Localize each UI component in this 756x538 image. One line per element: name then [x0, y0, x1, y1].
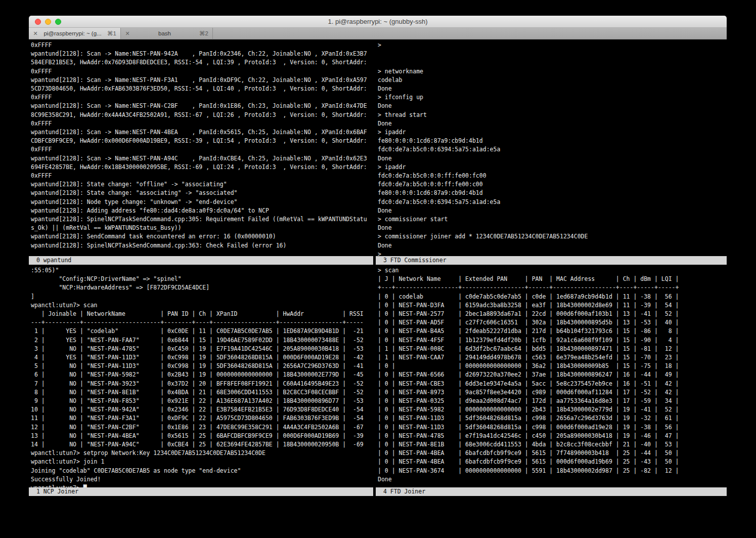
terminal-line: | 0 | NEST-PAN-3674 | 0000000000000000 |… [378, 467, 727, 475]
terminal-line: "Config:NCP:DriverName" => "spinel" [31, 275, 373, 283]
pane-ftd-joiner: > scan| J | Network Name | Extended PAN … [376, 265, 727, 496]
terminal-line: 5CD73D804650, HwAddr:0xFAB6303B76F3ED50,… [31, 85, 373, 93]
minimize-button[interactable] [45, 19, 51, 25]
pane-ftd-commissioner-content[interactable]: > > networknamecodelabDone> ifconfig upD… [376, 39, 727, 256]
terminal-line: > scan [378, 266, 727, 275]
terminal-line: fdc0:de7a:b5c0:0:6394:5a75:a1ad:e5a [378, 145, 727, 154]
traffic-lights [35, 19, 61, 25]
terminal-line: 3 | NO | "NEST-PAN-4785" | 0xC450 | 19 |… [31, 345, 373, 353]
terminal-line: > ifconfig up [378, 93, 727, 102]
terminal-line: | 0 | NEST-PAN-CBE3 | 6dd3e1e9347e4a5a |… [378, 380, 727, 388]
tab-bar: ✕ pi@raspberrypi: ~ (g... ⌘1 ✕ bash ⌘2 [29, 28, 727, 39]
terminal-line: 5 | NO | "NEST-PAN-11D3" | 0xC998 | 19 |… [31, 362, 373, 370]
terminal-line: 0xFFFF [31, 41, 373, 50]
tab-label: bash [133, 30, 196, 36]
pane-ncp-joiner-content[interactable]: :55:05)" "Config:NCP:DriverName" => "spi… [29, 265, 373, 487]
terminal-line: 7 | NO | "NEST-PAN-3923" | 0x37D2 | 20 |… [31, 380, 373, 388]
terminal-line: "NCP:HardwareAddress" => [F872DF9CD5AE4D… [31, 283, 373, 292]
terminal-line: | 1 | NEST-PAN-008C | 6d3df2bc67aabc64 |… [378, 345, 727, 353]
terminal-line: | 0 | NEST-PAN-B4A5 | 2fdeab52227d1dba |… [378, 327, 727, 336]
terminal-line: | 0 | NEST-PAN-11D3 | 5df36048268d815a |… [378, 423, 727, 432]
terminal-line: | 0 | | 0000000000000000 | 36a2 | 18b430… [378, 362, 727, 370]
terminal-line: fdc0:de7a:b5c0:0:0:ff:fe00:c00 [378, 180, 727, 189]
terminal-line: 0xFFFF [31, 172, 373, 180]
terminal-line: | 0 | NEST-PAN-8973 | 9ac857f8ee3e4420 |… [378, 388, 727, 397]
terminal-line: > [378, 41, 727, 50]
terminal-line: wpantund[2128]: State change: "associati… [31, 189, 373, 197]
terminal-line: wpantund[2128]: SpinelNCPTaskSendCommand… [31, 241, 373, 250]
terminal-line: 584EFB21B5E3, HwAddr:0x76D93D8F8DEDCEE3,… [31, 58, 373, 67]
zoom-button[interactable] [55, 19, 61, 25]
terminal-line: Done [378, 85, 727, 93]
terminal-line: | 0 | NEST-PAN-5982 | 0000000000000000 |… [378, 405, 727, 414]
tab-label: pi@raspberrypi: ~ (g... [41, 30, 104, 36]
terminal-line: Done [378, 206, 727, 215]
terminal-line: Joining "codelab" C0DE7AB5C0DE7AB5 as no… [31, 467, 373, 475]
terminal-line: > networkname [378, 67, 727, 76]
terminal-line: > thread start [378, 111, 727, 119]
terminal-line: 9 | NO | "NEST-PAN-F853" | 0x921E | 22 |… [31, 397, 373, 405]
terminal-line: > ipaddr [378, 128, 727, 137]
terminal-line: > ipaddr [378, 163, 727, 172]
terminal-line: | J | Network Name | Extended PAN | PAN … [378, 275, 727, 283]
pane-status-wpantund: 0 wpantund [29, 256, 373, 265]
terminal-line: CDBFCB9F9CE9, HwAddr:0x000D6F000AD19BE9,… [31, 137, 373, 145]
terminal-line: > commissioner joiner add * 1234C0DE7AB5… [378, 232, 727, 241]
terminal-line: wpanctl:utun7> scan [31, 301, 373, 310]
tab-close-icon[interactable]: ✕ [33, 30, 38, 37]
terminal-line: wpantund[2128]: Scan -> Name:NEST-PAN-4B… [31, 128, 373, 137]
terminal-line: | 0 | NEST-PAN-6566 | d26973220a370ee2 |… [378, 370, 727, 379]
tab-shortcut: ⌘1 [107, 30, 116, 37]
terminal-line: 4 | YES | "NEST-PAN-11D3" | 0xC998 | 19 … [31, 353, 373, 362]
terminal-line: | 0 | NEST-PAN-4785 | e7f19a41dc42546c |… [378, 432, 727, 440]
terminal-line: wpanctl:utun7> █ [31, 484, 373, 487]
terminal-line: 11 | NO | "NEST-PAN-F3A1" | 0xDF9C | 22 … [31, 414, 373, 423]
terminal-line: ] [31, 293, 373, 301]
tab-bash[interactable]: ✕ bash ⌘2 [121, 28, 213, 39]
pane-status-ftd-joiner: 4 FTD Joiner [376, 487, 727, 496]
terminal-line: | Joinable | NetworkName | PAN ID | Ch |… [31, 310, 373, 318]
terminal-line: ---+----------+----------------------+--… [31, 318, 373, 327]
terminal-line: 1 | YES | "codelab" | 0xC0DE | 11 | C0DE… [31, 327, 373, 336]
close-button[interactable] [35, 19, 41, 25]
terminal-line: | 0 | NEST-PAN-2577 | 2bec1a8893da67a1 |… [378, 310, 727, 318]
terminal-line: wpantund[2128]: State change: "offline" … [31, 180, 373, 189]
terminal-line: 8C99E358C291, HwAddr:0x4A4A3C4FB2502A91,… [31, 111, 373, 119]
terminal-line: > commissioner start [378, 215, 727, 224]
terminal-line: fe80:0:0:0:1cd6:87a9:cb9d:4b1d [378, 189, 727, 197]
pane-status-ftd-commissioner: 3 FTD Commissioner [376, 256, 727, 265]
terminal-line [378, 50, 727, 58]
terminal-line: :55:05)" [31, 266, 373, 275]
terminal-line: 694FE42857BE, HwAddr:0x18B43000002095BE,… [31, 163, 373, 172]
terminal-line: Done [378, 119, 727, 128]
window-titlebar[interactable]: 1. pi@raspberrypi: ~ (gnubby-ssh) [29, 16, 727, 28]
terminal-window: 1. pi@raspberrypi: ~ (gnubby-ssh) ✕ pi@r… [29, 16, 727, 522]
pane-ftd-joiner-content[interactable]: > scan| J | Network Name | Extended PAN … [376, 265, 727, 487]
terminal-line: wpantund[2128]: SpinelNCPTaskSendCommand… [31, 215, 373, 224]
terminal-line: wpantund[2128]: SendCommand task encount… [31, 232, 373, 241]
terminal-line: wpanctl:utun7> join 1 [31, 458, 373, 466]
terminal-line: | 0 | NEST-PAN-4F5F | 1b12379efd4df20b |… [378, 336, 727, 345]
tab-shortcut: ⌘2 [199, 30, 208, 37]
terminal-line: 8 | NO | "NEST-PAN-8E1B" | 0x4BDA | 21 |… [31, 388, 373, 397]
terminal-line: wpantund[2128]: Node type change: "unkno… [31, 198, 373, 206]
terminal-line: 10 | NO | "NEST-PAN-942A" | 0x2346 | 22 … [31, 405, 373, 414]
window-title: 1. pi@raspberrypi: ~ (gnubby-ssh) [328, 18, 427, 25]
terminal-line: > [378, 250, 727, 256]
terminal-line: 2 | YES | "NEST-PAN-FAA7" | 0x6844 | 15 … [31, 336, 373, 345]
terminal-line: Successfully Joined! [31, 475, 373, 484]
pane-wpantund-content[interactable]: 0xFFFFwpantund[2128]: Scan -> Name:NEST-… [29, 39, 373, 256]
terminal-line: s_Ok) || (mRetVal == kWPANTUNDStatus_Bus… [31, 224, 373, 232]
terminal-line: 6 | NO | "NEST-PAN-5982" | 0x2B43 | 19 |… [31, 370, 373, 379]
terminal-area: 0xFFFFwpantund[2128]: Scan -> Name:NEST-… [29, 39, 727, 522]
terminal-line: +---+------------------+----------------… [378, 283, 727, 292]
terminal-line: codelab [378, 76, 727, 85]
terminal-line: wpantund[2128]: Adding address "fe80::da… [31, 206, 373, 215]
terminal-line: | 0 | NEST-PAN-4BEA | 6bafcdbfcb9f9ce9 |… [378, 449, 727, 458]
terminal-line: Done [378, 102, 727, 110]
pane-ftd-commissioner: > > networknamecodelabDone> ifconfig upD… [376, 39, 727, 265]
tab-close-icon[interactable]: ✕ [125, 30, 130, 37]
terminal-line: | 0 | NEST-PAN-11D3 | 5df36048268d815a |… [378, 414, 727, 423]
terminal-line: 0xFFFF [31, 93, 373, 102]
tab-ssh-session[interactable]: ✕ pi@raspberrypi: ~ (g... ⌘1 [29, 28, 121, 39]
